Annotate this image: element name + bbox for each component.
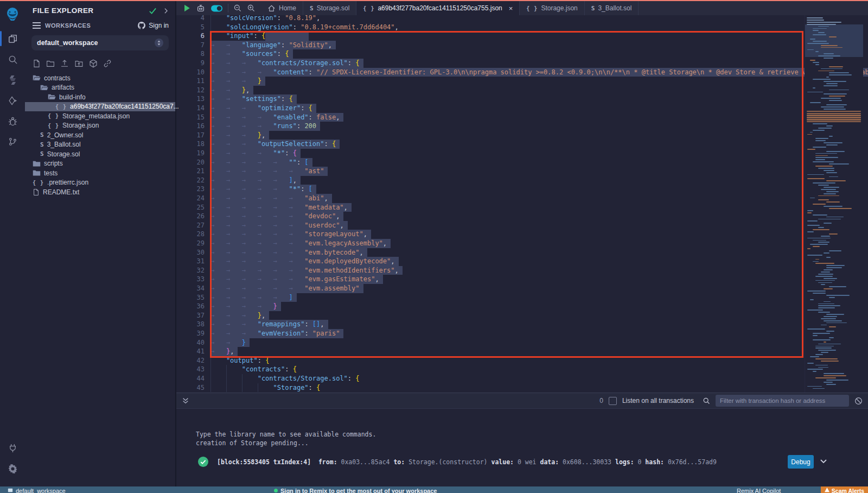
tab-a69b43f277ba20fcac141151250ca755-json[interactable]: { }a69b43f277ba20fcac141151250ca755.json… xyxy=(356,1,520,15)
code-line-7[interactable]: 7→→"language": "Solidity", xyxy=(176,41,868,50)
code-line-17[interactable]: 17→→→}, xyxy=(176,131,868,140)
close-tab-icon[interactable]: × xyxy=(509,4,513,12)
code-line-9[interactable]: 9→→→"contracts/Storage.sol": { xyxy=(176,59,868,68)
code-line-32[interactable]: 32→→→→→→"evm.methodIdentifiers", xyxy=(176,266,868,275)
code-line-45[interactable]: 45 "Storage": { xyxy=(176,383,868,393)
tab-storage-sol[interactable]: SStorage.sol xyxy=(303,1,356,15)
tree-item-2-owner-sol[interactable]: S2_Owner.sol xyxy=(25,130,175,140)
code-line-11[interactable]: 11→→→} xyxy=(176,77,868,86)
create-file-icon[interactable] xyxy=(33,59,41,68)
code-line-33[interactable]: 33→→→→→→"evm.gasEstimates", xyxy=(176,275,868,284)
debugger-icon[interactable] xyxy=(0,111,25,131)
code-line-36[interactable]: 36→→→→} xyxy=(176,302,868,311)
search-icon[interactable] xyxy=(0,49,25,69)
code-line-26[interactable]: 26→→→→→→"devdoc", xyxy=(176,212,868,221)
hamburger-icon[interactable] xyxy=(33,22,41,29)
code-editor[interactable]: 4 "solcVersion": "0.8.19",5 "solcLongVer… xyxy=(176,15,868,393)
chevron-right-icon[interactable] xyxy=(162,7,170,15)
code-line-20[interactable]: 20→→→→→"": [ xyxy=(176,158,868,167)
code-line-44[interactable]: 44 "contracts/Storage.sol": { xyxy=(176,374,868,383)
code-line-41[interactable]: 41→}, xyxy=(176,347,868,356)
ai-assistant-icon[interactable] xyxy=(196,3,206,13)
import-from-url-icon[interactable] xyxy=(103,59,112,68)
import-from-ipfs-icon[interactable] xyxy=(89,59,98,68)
code-line-19[interactable]: 19→→→→"*": { xyxy=(176,149,868,158)
transaction-summary[interactable]: [block:5583405 txIndex:4] from: 0xa03...… xyxy=(217,458,717,466)
upload-file-icon[interactable] xyxy=(60,59,69,68)
code-line-4[interactable]: 4 "solcVersion": "0.8.19", xyxy=(176,15,868,23)
code-line-5[interactable]: 5 "solcLongVersion": "0.8.19+commit.7dd6… xyxy=(176,23,868,32)
minimap[interactable] xyxy=(805,15,863,393)
tree-item-label: 2_Owner.sol xyxy=(47,131,84,139)
zoom-out-icon[interactable] xyxy=(233,4,242,12)
transaction-filter-input[interactable] xyxy=(716,395,849,407)
create-folder-icon[interactable] xyxy=(46,60,55,68)
tree-item--prettierrc-json[interactable]: { }.prettierrc.json xyxy=(25,178,175,188)
git-icon[interactable] xyxy=(0,131,25,152)
code-line-15[interactable]: 15→→→→"enabled": false, xyxy=(176,113,868,122)
code-line-10[interactable]: 10→→→→"content": "// SPDX-License-Identi… xyxy=(176,68,868,77)
tab-home[interactable]: Home xyxy=(261,1,303,15)
code-line-43[interactable]: 43 "contracts": { xyxy=(176,365,868,374)
remix-logo-icon[interactable] xyxy=(0,1,25,28)
code-line-35[interactable]: 35→→→→→] xyxy=(176,293,868,302)
code-line-29[interactable]: 29→→→→→→"evm.legacyAssembly", xyxy=(176,239,868,248)
statusbar-right-label[interactable]: Remix AI Copilot xyxy=(737,488,781,493)
scam-alerts-badge[interactable]: Scam Alerts xyxy=(821,486,868,493)
statusbar-message[interactable]: Sign in to Remix to get the most out of … xyxy=(274,488,437,493)
code-line-12[interactable]: 12→→}, xyxy=(176,86,868,95)
tree-item-storage-json[interactable]: { }Storage.json xyxy=(25,121,175,131)
statusbar-workspace[interactable]: default_workspace xyxy=(8,488,66,493)
tree-item-contracts[interactable]: contracts xyxy=(25,73,175,83)
toggle-widget-icon[interactable] xyxy=(210,4,223,12)
tree-item-artifacts[interactable]: artifacts xyxy=(25,83,175,93)
code-line-28[interactable]: 28→→→→→→"storageLayout", xyxy=(176,230,868,239)
code-line-39[interactable]: 39→→→"evmVersion": "paris" xyxy=(176,329,868,338)
tab-storage-json[interactable]: { }Storage.json xyxy=(520,1,584,15)
settings-icon[interactable] xyxy=(0,458,25,479)
code-line-14[interactable]: 14→→→"optimizer": { xyxy=(176,104,868,113)
plugin-manager-icon[interactable] xyxy=(0,438,25,458)
tab-3-ballot-sol[interactable]: S3_Ballot.sol xyxy=(585,1,639,15)
workspace-select[interactable]: default_workspace xyxy=(31,35,169,50)
code-line-34[interactable]: 34→→→→→→"evm.assembly" xyxy=(176,284,868,293)
code-line-27[interactable]: 27→→→→→→"userdoc", xyxy=(176,221,868,230)
deploy-run-icon[interactable] xyxy=(0,90,25,111)
solidity-compiler-icon[interactable] xyxy=(0,69,25,90)
clear-console-icon[interactable] xyxy=(854,397,863,405)
code-line-13[interactable]: 13→→"settings": { xyxy=(176,94,868,104)
tree-item-storage-sol[interactable]: SStorage.sol xyxy=(25,149,175,159)
code-line-30[interactable]: 30→→→→→→"evm.bytecode", xyxy=(176,248,868,257)
debug-button[interactable]: Debug xyxy=(788,455,814,469)
code-line-22[interactable]: 22→→→→→], xyxy=(176,176,868,185)
code-line-31[interactable]: 31→→→→→→"evm.deployedBytecode", xyxy=(176,257,868,266)
tree-item-a69b43f277ba20fcac141151250ca7-[interactable]: { }a69b43f277ba20fcac141151250ca7... xyxy=(25,102,175,112)
upload-folder-icon[interactable] xyxy=(74,60,84,68)
tree-item-build-info[interactable]: build-info xyxy=(25,92,175,102)
tree-item-storage-metadata-json[interactable]: { }Storage_metadata.json xyxy=(25,111,175,121)
code-line-8[interactable]: 8→→"sources": { xyxy=(176,49,868,59)
code-line-23[interactable]: 23→→→→→"*": [ xyxy=(176,185,868,194)
tree-item-readme-txt[interactable]: README.txt xyxy=(25,187,175,197)
code-line-25[interactable]: 25→→→→→→"metadata", xyxy=(176,203,868,212)
tree-item-tests[interactable]: tests xyxy=(25,168,175,178)
code-line-37[interactable]: 37→→→}, xyxy=(176,311,868,320)
tab-label: 3_Ballot.sol xyxy=(598,4,631,12)
tx-expand-chevron-icon[interactable] xyxy=(819,458,828,465)
code-line-38[interactable]: 38→→→"remappings": [], xyxy=(176,320,868,329)
listen-checkbox[interactable] xyxy=(609,397,617,405)
code-line-40[interactable]: 40→→} xyxy=(176,338,868,347)
code-line-16[interactable]: 16→→→→"runs": 200 xyxy=(176,122,868,131)
collapse-terminal-icon[interactable] xyxy=(182,397,189,404)
code-line-24[interactable]: 24→→→→→→"abi", xyxy=(176,194,868,203)
code-line-6[interactable]: 6 "input": { xyxy=(176,31,868,41)
code-line-18[interactable]: 18→→→"outputSelection": { xyxy=(176,140,868,149)
sign-in-button[interactable]: Sign in xyxy=(137,21,169,30)
run-script-icon[interactable] xyxy=(183,4,191,12)
code-line-21[interactable]: 21→→→→→→"ast" xyxy=(176,167,868,176)
file-explorer-icon[interactable] xyxy=(0,28,25,49)
tree-item-scripts[interactable]: scripts xyxy=(25,159,175,169)
zoom-in-icon[interactable] xyxy=(247,4,256,12)
tree-item-3-ballot-sol[interactable]: S3_Ballot.sol xyxy=(25,140,175,150)
code-line-42[interactable]: 42 "output": { xyxy=(176,356,868,365)
